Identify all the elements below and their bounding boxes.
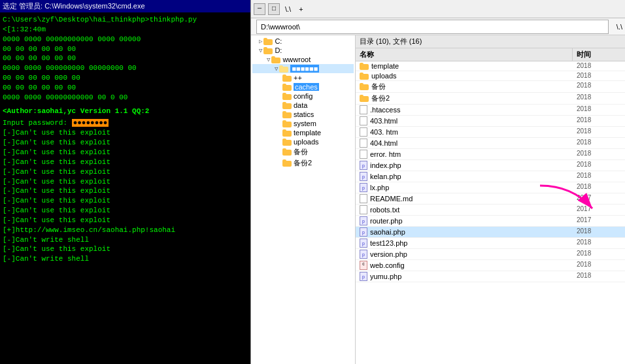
maximize-button[interactable]: □ xyxy=(268,3,280,15)
file-name-cell[interactable]: template xyxy=(356,61,573,71)
tree-c-label: C: xyxy=(275,37,282,45)
explorer-new-tab[interactable]: + xyxy=(299,5,303,13)
cmd-error-line: [-]Can't use this exploit xyxy=(3,157,248,167)
file-name-cell[interactable]: pindex.php xyxy=(356,160,573,171)
file-icon xyxy=(360,116,367,125)
tree-item-selected[interactable]: ▽ ■■■■■■ xyxy=(252,64,354,73)
file-name-cell[interactable]: 403. htm xyxy=(356,127,573,138)
tree-subfolder-label: statics xyxy=(294,110,314,118)
address-bar[interactable]: D:\wwwroot\ xyxy=(256,20,609,34)
tree-subfolder-item[interactable]: system xyxy=(252,119,354,128)
file-icon xyxy=(360,194,367,203)
file-name-cell[interactable]: pkelan.php xyxy=(356,171,573,182)
tree-subfolders: ++cachesconfigdatastaticssystemtemplateu… xyxy=(252,73,354,169)
file-icon xyxy=(360,127,367,137)
cmd-error-line: [-]Can't use this exploit xyxy=(3,216,248,225)
file-name-text: README.md xyxy=(370,195,413,203)
file-name-cell[interactable]: pversion.php xyxy=(356,249,573,260)
file-name-cell[interactable]: 404.html xyxy=(356,138,573,149)
explorer-main: ▷ C: ▽ D: ▽ wwwroot ▽ ■■■■■■ ++cachescon… xyxy=(251,35,625,364)
file-icon xyxy=(360,150,367,159)
file-name-cell[interactable]: error. htm xyxy=(356,149,573,160)
cmd-error-line: [-]Can't use this exploit xyxy=(3,167,248,177)
tree-subfolder-item[interactable]: config xyxy=(252,91,354,101)
tree-subfolder-label: config xyxy=(294,92,312,100)
tree-selected-label: ■■■■■■ xyxy=(290,65,319,73)
file-time-cell: 2017 xyxy=(573,193,625,205)
file-name-text: saohai.php xyxy=(370,228,405,236)
files-columns: 名称 时间 xyxy=(356,48,625,61)
cmd-prompt-line: C:\Users\zyf\Desktop\hai_thinkphp>thinkp… xyxy=(3,15,248,25)
tree-subfolder-item[interactable]: data xyxy=(252,101,354,110)
file-name-text: robots.txt xyxy=(370,206,399,214)
tree-subfolder-item[interactable]: caches xyxy=(252,82,354,91)
file-name-text: test123.php xyxy=(370,239,408,247)
cmd-content: C:\Users\zyf\Desktop\hai_thinkphp>thinkp… xyxy=(0,12,250,267)
file-name-cell[interactable]: cweb.config xyxy=(356,260,573,271)
file-name-cell[interactable]: 备份 xyxy=(356,81,573,93)
file-icon: p xyxy=(360,183,367,192)
file-name-cell[interactable]: uploads xyxy=(356,71,573,81)
cmd-error-line: [-]Can't use this exploit xyxy=(3,177,248,187)
files-grid: template2018uploads2018备份2018备份22018.hta… xyxy=(356,61,625,282)
file-name-cell[interactable]: 备份2 xyxy=(356,93,573,105)
file-icon xyxy=(360,105,367,114)
cmd-error-line: [-]Can't use this exploit xyxy=(3,206,248,216)
file-name-cell[interactable]: pyumu.php xyxy=(356,271,573,282)
file-icon: p xyxy=(360,161,367,170)
file-time-cell: 2018 xyxy=(573,182,625,193)
tree-subfolder-label: data xyxy=(294,101,307,109)
file-time-cell: 2018 xyxy=(573,116,625,127)
file-time-cell: 2017 xyxy=(573,205,625,216)
file-name-text: 404.html xyxy=(370,139,397,147)
folder-tree: ▷ C: ▽ D: ▽ wwwroot ▽ ■■■■■■ ++cachescon… xyxy=(251,35,356,364)
address-text: D:\wwwroot\ xyxy=(261,23,300,31)
tree-item-c[interactable]: ▷ C: xyxy=(252,37,354,46)
file-name-cell[interactable]: 403.html xyxy=(356,116,573,127)
file-time-cell: 2017 xyxy=(573,216,625,227)
tree-subfolder-item[interactable]: template xyxy=(252,128,354,137)
file-icon: p xyxy=(360,250,367,259)
file-name-text: lx.php xyxy=(370,184,389,191)
cmd-errors: [-]Can't use this exploit[-]Can't use th… xyxy=(3,128,248,225)
tree-item-wwwroot[interactable]: ▽ wwwroot xyxy=(252,55,354,64)
file-time-cell: 2018 xyxy=(573,249,625,260)
file-name-text: index.php xyxy=(370,161,401,169)
file-name-cell[interactable]: .htaccess xyxy=(356,105,573,116)
file-name-cell[interactable]: psaohai.php xyxy=(356,227,573,238)
file-name-text: 备份2 xyxy=(371,93,390,103)
tree-item-d[interactable]: ▽ D: xyxy=(252,46,354,55)
tree-subfolder-item[interactable]: ++ xyxy=(252,73,354,82)
col-time[interactable]: 时间 xyxy=(573,48,625,61)
tree-subfolder-label: 备份2 xyxy=(294,158,312,168)
file-name-text: router.php xyxy=(370,217,403,225)
cmd-title: 选定 管理员: C:\Windows\system32\cmd.exe xyxy=(3,1,145,11)
files-panel: 目录 (10), 文件 (16) 名称 时间 template2018uploa… xyxy=(356,35,625,364)
file-name-text: 403. htm xyxy=(370,128,398,136)
file-name-cell[interactable]: prouter.php xyxy=(356,216,573,227)
file-name-text: 备份 xyxy=(371,82,386,91)
cmd-window: 选定 管理员: C:\Windows\system32\cmd.exe C:\U… xyxy=(0,0,250,364)
files-status: 目录 (10), 文件 (16) xyxy=(356,35,625,48)
tree-subfolder-item[interactable]: 备份2 xyxy=(252,157,354,169)
explorer-title: \.\ xyxy=(285,5,291,13)
file-name-text: yumu.php xyxy=(370,273,401,280)
cmd-error-line: [-]Can't use this exploit xyxy=(3,186,248,196)
tree-subfolder-item[interactable]: statics xyxy=(252,110,354,119)
files-status-text: 目录 (10), 文件 (16) xyxy=(360,37,422,46)
file-name-text: template xyxy=(371,62,399,70)
tree-subfolder-item[interactable]: 备份 xyxy=(252,146,354,157)
tree-subfolder-label: 备份 xyxy=(294,147,308,157)
minimize-button[interactable]: ─ xyxy=(254,3,265,15)
file-name-cell[interactable]: plx.php xyxy=(356,182,573,193)
tree-subfolder-item[interactable]: uploads xyxy=(252,137,354,146)
file-name-cell[interactable]: robots.txt xyxy=(356,205,573,216)
explorer-titlebar: ─ □ \.\ + xyxy=(251,0,625,18)
file-icon: p xyxy=(360,227,367,237)
col-name[interactable]: 名称 xyxy=(356,48,573,61)
file-time-cell: 2018 xyxy=(573,227,625,238)
file-name-cell[interactable]: README.md xyxy=(356,193,573,205)
folder-icon xyxy=(360,83,369,90)
file-icon: c xyxy=(360,261,367,270)
file-name-cell[interactable]: ptest123.php xyxy=(356,238,573,249)
